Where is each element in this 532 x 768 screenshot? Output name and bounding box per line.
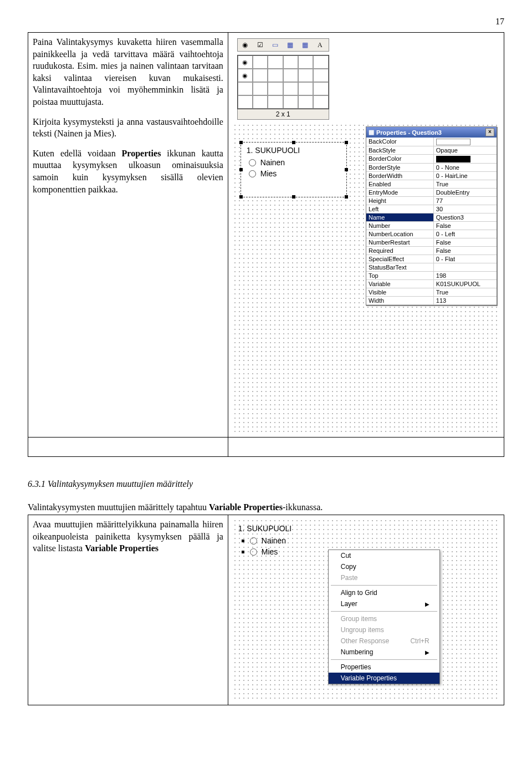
resize-handle[interactable]	[242, 540, 244, 542]
property-row-enabled[interactable]: EnabledTrue	[366, 180, 497, 189]
resize-handle[interactable]	[345, 141, 348, 144]
menu-variable-properties[interactable]: Variable Properties	[329, 673, 439, 684]
menu-copy[interactable]: Copy	[329, 561, 439, 572]
question-control-2[interactable]: 1. SUKUPUOLI Nainen Mies	[238, 523, 291, 557]
close-icon[interactable]: ×	[485, 128, 494, 136]
body-paragraph: Valintakysymysten muuttujien määrittely …	[28, 502, 504, 512]
property-name: Required	[366, 247, 434, 255]
property-value[interactable]: 0 - Left	[434, 230, 497, 238]
property-row-borderwidth[interactable]: BorderWidth0 - HairLine	[366, 172, 497, 180]
textbox-tool-icon[interactable]: ▭	[268, 39, 283, 51]
label-tool-icon[interactable]: A	[313, 39, 328, 51]
property-row-numberlocation[interactable]: NumberLocation0 - Left	[366, 230, 497, 238]
property-value[interactable]: 198	[434, 272, 497, 279]
resize-handle[interactable]	[239, 195, 243, 199]
property-value[interactable]: True	[434, 180, 497, 188]
para-1: Paina Valintakysymys kuvaketta hiiren va…	[33, 36, 223, 108]
property-name: Visible	[366, 288, 434, 296]
property-name: SpecialEffect	[366, 255, 434, 263]
properties-panel: ▦ Properties - Question3 × BackColorBack…	[366, 126, 497, 306]
property-value[interactable]: False	[434, 222, 497, 230]
property-row-left[interactable]: Left30	[366, 205, 497, 213]
figure-1-table: Paina Valintakysymys kuvaketta hiiren va…	[28, 32, 504, 457]
radio-icon	[249, 159, 256, 166]
submenu-arrow-icon: ▶	[425, 649, 429, 655]
property-value[interactable]: K01SUKUPUOL	[434, 280, 497, 288]
property-name: Variable	[366, 280, 434, 288]
property-name: BorderWidth	[366, 172, 434, 180]
property-row-statusbartext[interactable]: StatusBarText	[366, 263, 497, 272]
property-row-visible[interactable]: VisibleTrue	[366, 288, 497, 297]
property-name: Name	[366, 213, 434, 221]
menu-layer[interactable]: Layer▶	[329, 598, 439, 609]
property-value[interactable]	[434, 155, 497, 163]
property-value[interactable]: 0 - None	[434, 164, 497, 171]
picker-cell[interactable]: ◉	[238, 55, 253, 69]
question-control[interactable]: 1. SUKUPUOLI Nainen Mies	[241, 142, 347, 197]
property-row-bordercolor[interactable]: BorderColor	[366, 155, 497, 164]
para-3: Kuten edellä voidaan Properties ikkunan …	[33, 148, 223, 195]
menu-paste: Paste	[329, 572, 439, 583]
property-row-backcolor[interactable]: BackColor	[366, 138, 497, 146]
property-value[interactable]: DoubleEntry	[434, 189, 497, 196]
figure-2-table: Avaa muuttujien määrittelyikkuna painama…	[28, 515, 504, 705]
form-designer-canvas-2[interactable]: 1. SUKUPUOLI Nainen Mies Cut Copy Paste …	[233, 518, 499, 701]
property-value[interactable]: Question3	[434, 213, 497, 221]
section-heading: 6.3.1 Valintakysymyksen muuttujien määri…	[28, 479, 504, 489]
resize-handle[interactable]	[239, 168, 243, 171]
property-value[interactable]: 0 - HairLine	[434, 172, 497, 180]
resize-handle[interactable]	[345, 195, 348, 199]
property-row-numberrestart[interactable]: NumberRestartFalse	[366, 238, 497, 247]
question-title-2: 1. SUKUPUOLI	[238, 523, 291, 535]
property-value[interactable]	[434, 263, 497, 271]
property-value[interactable]: False	[434, 247, 497, 255]
resize-handle[interactable]	[242, 551, 244, 553]
property-row-height[interactable]: Height77	[366, 197, 497, 205]
grid1-tool-icon[interactable]: ▦	[283, 39, 298, 51]
properties-titlebar[interactable]: ▦ Properties - Question3 ×	[366, 127, 497, 138]
menu-properties[interactable]: Properties	[329, 662, 439, 673]
property-value[interactable]: Opaque	[434, 146, 497, 154]
menu-numbering[interactable]: Numbering▶	[329, 647, 439, 658]
menu-group-items: Group items	[329, 613, 439, 624]
menu-align-to-grid[interactable]: Align to Grid	[329, 587, 439, 598]
property-name: NumberLocation	[366, 230, 434, 238]
option-mies-2[interactable]: Mies	[238, 546, 291, 557]
resize-handle[interactable]	[292, 141, 295, 144]
spacer-cell	[28, 438, 228, 457]
option-nainen-2[interactable]: Nainen	[238, 535, 291, 546]
option-nainen[interactable]: Nainen	[241, 157, 346, 168]
menu-separator	[331, 659, 437, 660]
property-value[interactable]: 30	[434, 205, 497, 213]
property-value[interactable]: False	[434, 238, 497, 246]
picker-cell[interactable]: ◉	[238, 69, 253, 82]
property-name: EntryMode	[366, 189, 434, 196]
form-designer-canvas[interactable]: 1. SUKUPUOLI Nainen Mies ▦ Properties - …	[233, 123, 499, 434]
resize-handle[interactable]	[239, 141, 243, 144]
dimension-picker[interactable]: ◉ ◉	[237, 55, 329, 109]
property-row-borderstyle[interactable]: BorderStyle0 - None	[366, 164, 497, 172]
property-row-name[interactable]: NameQuestion3	[366, 213, 497, 222]
resize-handle[interactable]	[345, 168, 348, 171]
radio-tool-icon[interactable]: ◉	[238, 39, 253, 51]
color-swatch	[436, 156, 470, 162]
grid2-tool-icon[interactable]: ▦	[298, 39, 313, 51]
property-row-number[interactable]: NumberFalse	[366, 222, 497, 230]
property-row-specialeffect[interactable]: SpecialEffect0 - Flat	[366, 255, 497, 263]
property-value[interactable]: 0 - Flat	[434, 255, 497, 263]
property-row-backstyle[interactable]: BackStyleOpaque	[366, 146, 497, 155]
checkbox-tool-icon[interactable]: ☑	[253, 39, 268, 51]
property-value[interactable]: 113	[434, 297, 497, 304]
property-value[interactable]	[434, 138, 497, 146]
resize-handle[interactable]	[292, 195, 295, 199]
property-row-variable[interactable]: VariableK01SUKUPUOL	[366, 280, 497, 288]
property-row-entrymode[interactable]: EntryModeDoubleEntry	[366, 189, 497, 197]
property-row-width[interactable]: Width113	[366, 297, 497, 305]
menu-cut[interactable]: Cut	[329, 550, 439, 561]
property-row-top[interactable]: Top198	[366, 272, 497, 280]
properties-icon: ▦	[369, 129, 374, 136]
property-value[interactable]: 77	[434, 197, 497, 205]
property-row-required[interactable]: RequiredFalse	[366, 247, 497, 255]
option-mies[interactable]: Mies	[241, 168, 346, 179]
property-value[interactable]: True	[434, 288, 497, 296]
